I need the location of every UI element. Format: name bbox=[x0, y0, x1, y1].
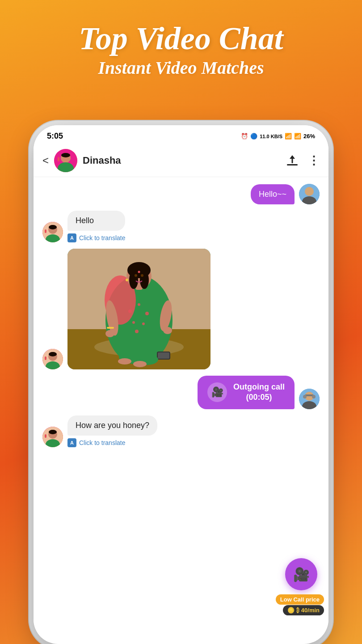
network-speed: 11.0 KB/S bbox=[260, 134, 282, 139]
sent-avatar-2 bbox=[299, 389, 320, 409]
sent-avatar bbox=[299, 184, 320, 204]
low-call-badge: Low Call price bbox=[276, 594, 324, 605]
received-avatar-2 bbox=[42, 349, 63, 369]
message-sent-call: 🎥 Outgoing call (00:05) bbox=[42, 376, 320, 409]
photo-image bbox=[67, 249, 210, 369]
upload-button[interactable] bbox=[285, 153, 300, 168]
svg-point-28 bbox=[132, 321, 135, 324]
wifi-icon: 📶 bbox=[285, 133, 292, 140]
svg-point-37 bbox=[135, 274, 137, 277]
chat-area: Hello~~ Hello A C bbox=[34, 177, 328, 638]
svg-point-29 bbox=[142, 322, 145, 325]
status-icons: ⏰ 🔵 11.0 KB/S 📶 📶 26% bbox=[241, 133, 315, 140]
svg-point-19 bbox=[49, 352, 57, 356]
coin-icon: 🪙 bbox=[287, 607, 295, 614]
svg-point-9 bbox=[305, 187, 314, 196]
svg-rect-47 bbox=[158, 352, 169, 359]
price-badge: 🪙 ₿ 40/min bbox=[283, 605, 324, 615]
svg-point-3 bbox=[61, 153, 70, 157]
status-time: 5:05 bbox=[47, 131, 63, 141]
translate-link-2[interactable]: A Click to translate bbox=[67, 438, 157, 447]
avatar-image bbox=[54, 149, 77, 172]
received-bubble-1: Hello bbox=[67, 211, 125, 231]
message-sent-hello: Hello~~ bbox=[42, 184, 320, 204]
svg-point-30 bbox=[135, 330, 139, 333]
header-actions: ⋮ bbox=[285, 153, 320, 168]
svg-rect-5 bbox=[287, 164, 298, 165]
message-received-howru: How are you honey? A Click to translate bbox=[42, 415, 320, 447]
chat-header: < Dinasha ⋮ bbox=[34, 144, 328, 177]
svg-rect-15 bbox=[45, 229, 46, 233]
signal-icon: 📶 bbox=[294, 133, 301, 140]
banner-subtitle: Instant Video Matches bbox=[0, 57, 362, 78]
svg-point-56 bbox=[303, 395, 307, 398]
message-received-photo bbox=[42, 249, 320, 369]
banner-title: Top Video Chat bbox=[0, 22, 362, 55]
floating-video-button[interactable]: 🎥 bbox=[285, 558, 317, 590]
call-text: Outgoing call (00:05) bbox=[233, 382, 285, 403]
sent-bubble: Hello~~ bbox=[251, 184, 295, 204]
translate-link-1[interactable]: A Click to translate bbox=[67, 233, 125, 242]
svg-point-51 bbox=[133, 361, 147, 367]
svg-point-38 bbox=[141, 274, 143, 277]
received-bubble-wrap-3: How are you honey? A Click to translate bbox=[67, 415, 157, 447]
svg-point-36 bbox=[140, 271, 149, 289]
status-bar: 5:05 ⏰ 🔵 11.0 KB/S 📶 📶 26% bbox=[34, 125, 328, 144]
received-avatar-3 bbox=[42, 427, 63, 447]
svg-point-44 bbox=[163, 327, 172, 334]
received-bubble-wrap-1: Hello A Click to translate bbox=[67, 211, 125, 242]
banner: Top Video Chat Instant Video Matches bbox=[0, 22, 362, 78]
translate-icon-1: A bbox=[67, 233, 76, 242]
call-bubble: 🎥 Outgoing call (00:05) bbox=[198, 376, 295, 409]
back-button[interactable]: < bbox=[42, 154, 49, 167]
bluetooth-icon: 🔵 bbox=[250, 133, 257, 140]
received-avatar-1 bbox=[42, 222, 63, 242]
svg-rect-45 bbox=[107, 327, 114, 329]
svg-rect-4 bbox=[58, 157, 59, 161]
alarm-icon: ⏰ bbox=[241, 133, 248, 140]
svg-point-39 bbox=[138, 271, 140, 273]
sent-bubble-wrap: Hello~~ bbox=[251, 184, 295, 204]
message-received-hello: Hello A Click to translate bbox=[42, 211, 320, 242]
received-photo[interactable] bbox=[67, 249, 210, 369]
phone-mockup: 5:05 ⏰ 🔵 11.0 KB/S 📶 📶 26% < bbox=[34, 125, 328, 644]
battery-level: 26% bbox=[303, 133, 315, 140]
video-icon: 🎥 bbox=[207, 382, 227, 402]
svg-point-57 bbox=[312, 395, 316, 398]
more-options-button[interactable]: ⋮ bbox=[308, 154, 320, 168]
svg-point-35 bbox=[129, 271, 138, 289]
svg-point-40 bbox=[126, 279, 128, 281]
received-bubble-3: How are you honey? bbox=[67, 415, 157, 436]
svg-point-14 bbox=[49, 225, 57, 229]
svg-point-61 bbox=[49, 430, 57, 434]
svg-point-43 bbox=[105, 330, 114, 337]
svg-marker-7 bbox=[290, 155, 295, 159]
svg-rect-62 bbox=[45, 434, 46, 438]
svg-point-27 bbox=[145, 312, 149, 315]
svg-rect-20 bbox=[45, 356, 46, 360]
contact-name: Dinasha bbox=[83, 155, 279, 166]
svg-point-50 bbox=[118, 358, 131, 364]
translate-icon-2: A bbox=[67, 438, 76, 447]
contact-avatar[interactable] bbox=[54, 149, 77, 172]
svg-point-26 bbox=[138, 303, 140, 306]
